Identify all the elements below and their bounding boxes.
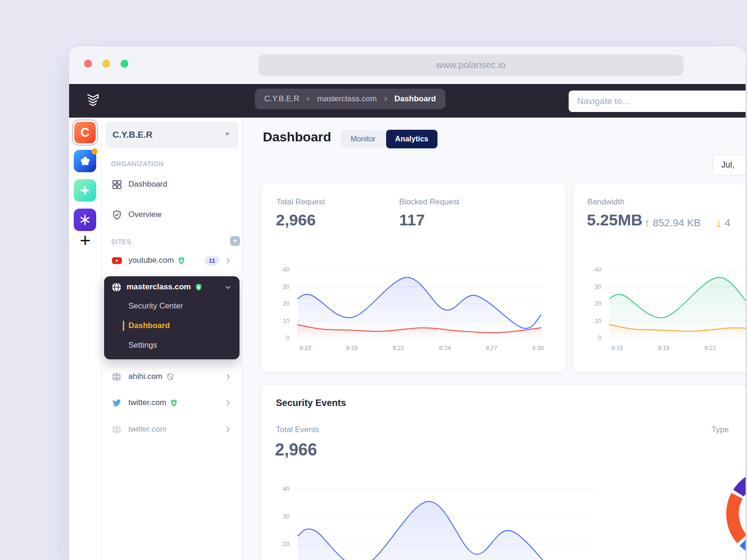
- caret-down-icon: [224, 130, 231, 140]
- youtube-icon: [112, 255, 122, 266]
- sidebar-item-settings[interactable]: Settings: [128, 340, 157, 351]
- sidebar-item-dashboard[interactable]: Dashboard: [104, 175, 240, 194]
- globe-icon: [112, 371, 122, 382]
- breadcrumb[interactable]: C.Y.B.E.R masterclass.com Dashboard: [255, 89, 445, 109]
- bandwidth-line-chart: 0102030409:159:189:219:249:279:30: [585, 266, 746, 365]
- total-request-label: Total Request: [276, 197, 325, 207]
- active-item-bar: [123, 321, 124, 331]
- breadcrumb-org[interactable]: C.Y.B.E.R: [264, 94, 299, 104]
- globe-icon: [112, 282, 121, 292]
- svg-text:20: 20: [595, 300, 601, 307]
- svg-text:9:15: 9:15: [611, 344, 623, 351]
- svg-text:0: 0: [286, 334, 289, 341]
- minimize-button[interactable]: [102, 60, 110, 68]
- zoom-button[interactable]: [120, 60, 128, 68]
- blocked-request-label: Blocked Request: [399, 197, 459, 207]
- add-site-button[interactable]: +: [230, 236, 240, 246]
- asterisk-icon: [78, 213, 92, 226]
- navigate-input[interactable]: [569, 91, 746, 112]
- teal-sparkle-app-icon[interactable]: [74, 179, 96, 202]
- cyber-app-icon[interactable]: C: [74, 122, 96, 143]
- grid-icon: [112, 179, 122, 190]
- shield-off-icon: [166, 373, 174, 381]
- sidebar-item-security-center[interactable]: Security Center: [128, 301, 183, 312]
- notification-dot: [92, 148, 98, 154]
- chevron-right-icon: [224, 257, 232, 265]
- sidebar-item-masterclass[interactable]: masterclass.com: [104, 279, 240, 295]
- sites-section-label: SITES: [111, 238, 131, 245]
- svg-text:9:21: 9:21: [705, 344, 716, 351]
- date-range-value: Jul,: [721, 160, 734, 170]
- org-switcher[interactable]: C.Y.B.E.R: [105, 121, 239, 148]
- security-events-card: Security Events Total Events 2,966 Type …: [261, 385, 746, 560]
- type-donut-chart: [700, 450, 746, 560]
- site-label: ahihi.com: [128, 372, 162, 381]
- security-events-title: Security Events: [276, 398, 346, 408]
- type-label: Type: [712, 425, 729, 434]
- svg-text:9:21: 9:21: [393, 344, 404, 351]
- arrow-down-icon: ↓: [716, 217, 722, 230]
- chevron-down-icon: [224, 283, 232, 291]
- sidebar-item-youtube[interactable]: youtube.com 11: [104, 251, 240, 270]
- svg-text:40: 40: [595, 266, 601, 273]
- chevron-right-icon: [224, 399, 232, 407]
- chevron-right-icon: [224, 373, 232, 381]
- tab-monitor[interactable]: Monitor: [343, 132, 383, 147]
- blue-star-app-icon[interactable]: [74, 150, 96, 172]
- tab-analytics[interactable]: Analytics: [386, 130, 437, 148]
- url-text: www.polarisec.io: [436, 60, 506, 70]
- browser-window: www.polarisec.io C.Y.B.E.R masterclass.c…: [69, 47, 746, 560]
- svg-text:0: 0: [598, 334, 601, 341]
- upload-value: 852.94 KB: [653, 217, 701, 229]
- add-app-button[interactable]: +: [69, 231, 101, 250]
- svg-text:20: 20: [283, 540, 289, 547]
- site-label: masterclass.com: [127, 282, 191, 292]
- chevron-right-icon: [383, 96, 388, 102]
- upload-delta: ↑ 852.94 KB: [644, 217, 701, 230]
- svg-text:9:18: 9:18: [658, 344, 669, 351]
- svg-text:9:24: 9:24: [439, 344, 451, 351]
- sidebar-item-masterclass-dashboard[interactable]: Dashboard: [128, 320, 170, 331]
- close-button[interactable]: [84, 60, 92, 68]
- svg-text:40: 40: [283, 485, 289, 492]
- breadcrumb-site[interactable]: masterclass.com: [317, 94, 377, 104]
- date-range-button[interactable]: Jul,: [712, 154, 746, 175]
- chevron-right-icon: [224, 426, 232, 434]
- requests-card: Total Request 2,966 Blocked Request 117 …: [261, 182, 566, 372]
- browser-toolbar: www.polarisec.io: [69, 47, 746, 84]
- requests-line-chart: 0102030409:159:189:219:249:279:30: [273, 266, 553, 365]
- svg-text:9:18: 9:18: [346, 344, 358, 351]
- sidebar-item-label: Dashboard: [128, 180, 167, 189]
- svg-text:10: 10: [283, 317, 289, 324]
- site-label: twitter.com: [128, 398, 166, 407]
- svg-text:20: 20: [283, 300, 289, 307]
- bandwidth-label: Bandwidth: [587, 197, 624, 207]
- svg-text:40: 40: [283, 266, 289, 273]
- site-badge: 11: [204, 256, 219, 266]
- sidebar-item-twitter-pending[interactable]: twitter.com: [104, 420, 240, 439]
- sidebar-item-overview[interactable]: Overview: [104, 205, 240, 224]
- bandwidth-value: 5.25MB: [587, 211, 642, 229]
- svg-text:10: 10: [595, 317, 601, 324]
- sidebar-item-label: Overview: [128, 210, 162, 219]
- sidebar: C.Y.B.E.R ORGANIZATION Dashboard Ov: [102, 118, 242, 560]
- site-label: youtube.com: [128, 256, 174, 265]
- total-events-label: Total Events: [276, 425, 319, 434]
- site-label: twitter.com: [128, 425, 167, 434]
- purple-asterisk-app-icon[interactable]: [74, 209, 96, 231]
- sidebar-item-ahihi[interactable]: ahihi.com: [104, 367, 240, 386]
- sparkle-icon: [78, 184, 92, 197]
- svg-text:30: 30: [595, 283, 601, 290]
- shield-lock-icon: [170, 399, 178, 407]
- star-flower-icon: [79, 155, 92, 168]
- blocked-request-value: 117: [399, 211, 425, 229]
- total-events-value: 2,966: [275, 440, 317, 460]
- svg-text:9:27: 9:27: [486, 344, 497, 351]
- polarisec-logo-icon: [85, 91, 101, 111]
- address-bar[interactable]: www.polarisec.io: [258, 55, 684, 76]
- shield-lock-icon: [177, 257, 185, 265]
- active-app-ring: C: [72, 119, 98, 146]
- download-delta: ↓ 4: [716, 217, 730, 230]
- arrow-up-icon: ↑: [644, 217, 650, 230]
- sidebar-item-twitter[interactable]: twitter.com: [104, 393, 240, 412]
